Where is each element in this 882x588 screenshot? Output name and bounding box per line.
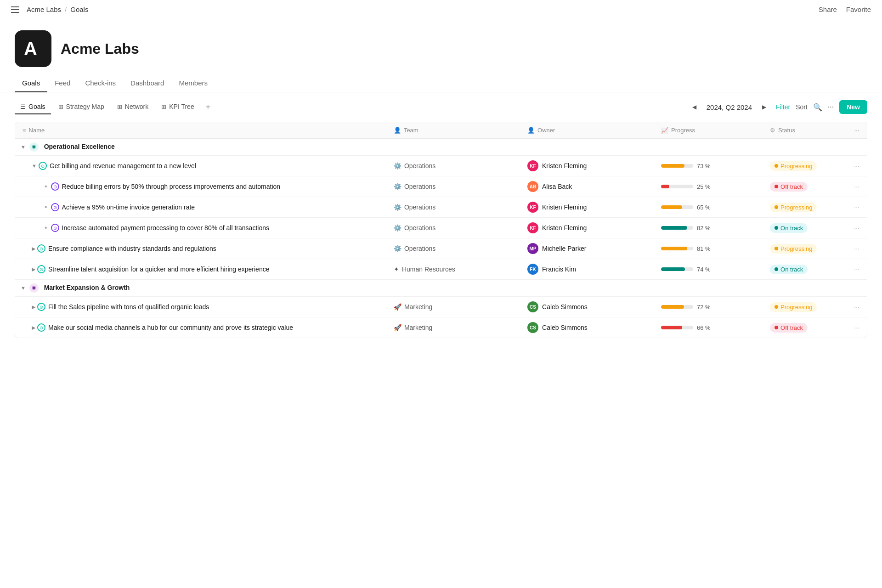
add-view-button[interactable]: + [202,101,215,113]
progress-pct: 81 % [697,245,713,252]
more-options-button[interactable]: ··· [828,103,834,111]
status-col-icon: ⚙ [770,127,775,134]
goal-name[interactable]: Make our social media channels a hub for… [48,324,293,331]
row-more-options[interactable]: ··· [847,197,867,218]
table-header-row: ≡ Name 👤 Team 👤 Owner [15,122,867,139]
group-row: ▼ ❋ Operational Excellence [15,139,867,156]
goal-name[interactable]: Increase automated payment processing to… [62,224,269,232]
avatar: CS [527,301,538,312]
goal-name[interactable]: Achieve a 95% on-time invoice generation… [62,204,195,211]
name-cell: • ⊙ Increase automated payment processin… [15,218,386,238]
tab-checkins[interactable]: Check-ins [78,74,123,92]
goal-icon: ⊙ [51,224,59,232]
table-row: • ⊙ Increase automated payment processin… [15,218,867,238]
goals-table: ≡ Name 👤 Team 👤 Owner [15,122,867,338]
goal-name[interactable]: Get billing and revenue management to a … [50,162,196,170]
view-tab-goals[interactable]: ☰ Goals [15,100,51,114]
owner-name: Alisa Back [542,183,572,190]
breadcrumb-org[interactable]: Acme Labs [27,6,61,13]
status-badge: Progressing [770,203,817,212]
name-cell: • ⊙ Achieve a 95% on-time invoice genera… [15,197,386,218]
owner-cell: CS Caleb Simmons [520,317,654,338]
status-dot [775,305,778,309]
owner-name: Francis Kim [542,266,576,273]
top-actions: Share Favorite [819,6,871,13]
org-title: Acme Labs [61,40,139,57]
row-more-options[interactable]: ··· [847,297,867,317]
col-header-owner: 👤 Owner [520,122,654,139]
tab-feed[interactable]: Feed [47,74,78,92]
col-header-more: ··· [847,122,867,139]
row-more-options[interactable]: ··· [847,156,867,176]
group-header-cell: ▼ ❋ Operational Excellence [15,139,867,156]
expand-chevron[interactable]: ▼ [32,163,37,169]
progress-pct: 65 % [697,204,713,211]
group-header-cell: ▼ ❋ Market Expansion & Growth [15,280,867,297]
col-header-team: 👤 Team [386,122,520,139]
status-dot [775,326,778,329]
progress-cell: 74 % [654,259,763,280]
status-dot [775,205,778,209]
progress-cell: 72 % [654,297,763,317]
team-icon: 🚀 [394,324,401,331]
goal-name[interactable]: Ensure compliance with industry standard… [48,245,216,252]
row-more-options[interactable]: ··· [847,218,867,238]
status-badge: Progressing [770,161,817,171]
goal-name[interactable]: Reduce billing errors by 50% through pro… [62,183,280,190]
team-icon: ✦ [394,266,399,273]
owner-cell: KF Kristen Fleming [520,197,654,218]
group-name: Market Expansion & Growth [44,284,130,291]
view-controls: ◀ 2024, Q2 2024 ▶ Filter Sort 🔍 ··· New [688,100,867,114]
name-cell: ▶ ⊙ Make our social media channels a hub… [15,317,386,338]
share-button[interactable]: Share [819,6,837,13]
svg-text:A: A [24,39,37,59]
team-cell: ⚙️ Operations [386,156,520,176]
view-tab-strategy[interactable]: ⊞ Strategy Map [53,100,110,114]
progress-cell: 65 % [654,197,763,218]
view-tab-network[interactable]: ⊞ Network [112,100,154,114]
status-badge: Progressing [770,244,817,254]
progress-pct: 25 % [697,183,713,190]
row-more-options[interactable]: ··· [847,259,867,280]
owner-cell: AB Alisa Back [520,176,654,197]
favorite-button[interactable]: Favorite [846,6,871,13]
status-dot [775,247,778,250]
goal-icon: ⊙ [37,303,45,311]
dot-bullet: • [45,224,47,232]
expand-chevron[interactable]: ▶ [32,325,35,331]
expand-chevron[interactable]: ▶ [32,266,35,272]
menu-icon[interactable] [11,6,19,13]
status-dot [775,226,778,230]
expand-chevron[interactable]: ▶ [32,304,35,310]
avatar: KF [527,222,538,233]
expand-chevron[interactable]: ▶ [32,246,35,252]
filter-button[interactable]: Filter [776,103,790,111]
sort-button[interactable]: Sort [796,103,808,111]
view-tab-kpi[interactable]: ⊞ KPI Tree [156,100,199,114]
period-next-button[interactable]: ▶ [758,101,770,113]
goal-name[interactable]: Fill the Sales pipeline with tons of qua… [48,303,209,311]
tab-goals[interactable]: Goals [15,74,47,92]
new-button[interactable]: New [839,100,867,114]
search-button[interactable]: 🔍 [813,103,822,112]
tab-members[interactable]: Members [171,74,215,92]
group-expand-chevron[interactable]: ▼ [21,285,26,291]
table-row: ▶ ⊙ Ensure compliance with industry stan… [15,238,867,259]
row-more-options[interactable]: ··· [847,176,867,197]
tab-dashboard[interactable]: Dashboard [123,74,171,92]
goal-name[interactable]: Streamline talent acquisition for a quic… [48,266,269,273]
goal-icon: ⊙ [39,162,47,170]
col-header-status: ⚙ Status [763,122,847,139]
org-logo: A [15,30,51,67]
table-row: ▶ ⊙ Streamline talent acquisition for a … [15,259,867,280]
row-more-options[interactable]: ··· [847,317,867,338]
period-prev-button[interactable]: ◀ [688,101,701,113]
breadcrumb: Acme Labs / Goals [27,6,819,13]
status-cell: Progressing [763,197,847,218]
row-more-options[interactable]: ··· [847,238,867,259]
avatar: AB [527,181,538,192]
group-expand-chevron[interactable]: ▼ [21,144,26,150]
team-icon: ⚙️ [394,224,401,232]
table-row: • ⊙ Achieve a 95% on-time invoice genera… [15,197,867,218]
progress-pct: 74 % [697,266,713,273]
